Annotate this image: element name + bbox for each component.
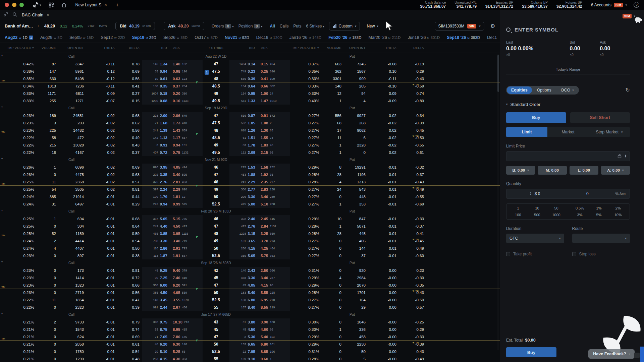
expiration-tab[interactable]: Mar20 '26M211D (369, 35, 401, 40)
cell-put-bid[interactable]: 831.78 (229, 141, 258, 149)
custom-view-dropdown[interactable]: Custom ▾ (329, 22, 360, 31)
cell-put-bid[interactable]: 2963.30 (229, 193, 258, 200)
cell-put-ask[interactable]: 0.25696 (258, 68, 290, 75)
pct-preset-button[interactable]: 1% (589, 206, 608, 210)
cell-put-bid[interactable]: 611.51 (229, 134, 258, 141)
cell-call-bid[interactable]: 1131.87 (142, 252, 170, 259)
bid-button[interactable]: Bid 48.19 ×1200 (115, 22, 155, 30)
cell-put-bid[interactable]: 4722.76 (229, 223, 258, 230)
chevron-down-icon[interactable]: ▾ (1, 260, 3, 263)
pct-preset-button[interactable]: 10% (608, 213, 628, 217)
pct-preset-button[interactable]: 3% (570, 213, 589, 217)
cell-put-bid[interactable]: 14040.14 (229, 60, 258, 68)
take-profit-checkbox[interactable]: Take profit (506, 252, 564, 256)
cell-put-ask[interactable]: 2.1566 (258, 149, 290, 156)
cell-call-bid[interactable]: 205.10 (142, 348, 170, 355)
cell-put-ask[interactable]: 1.9235 (258, 171, 290, 178)
cell-put-ask[interactable]: 8.55219 (258, 304, 290, 311)
cell-call-bid[interactable]: 538.75 (142, 326, 170, 333)
piggy-bank-icon[interactable] (634, 16, 643, 25)
chevron-down-icon[interactable]: ▾ (1, 157, 3, 160)
minimize-window-button[interactable] (12, 3, 16, 7)
cell-call-ask[interactable]: 2.06849 (170, 112, 203, 119)
cell-put-bid[interactable]: 1222.09 (229, 149, 258, 156)
cell-call-bid[interactable]: 717.65 (142, 333, 170, 341)
sell-short-button[interactable]: Sell Short (570, 112, 630, 123)
cell-call-bid[interactable]: 16040.18 (142, 90, 170, 97)
pct-preset-button[interactable]: 5% (589, 213, 608, 217)
cell-call-ask[interactable]: 0.20380 (170, 90, 203, 97)
feedback-hide-button[interactable] (634, 353, 640, 358)
cell-put-bid[interactable]: 454.50 (229, 326, 258, 333)
cell-put-bid[interactable]: 25.30 (229, 333, 258, 341)
expiration-tab[interactable]: Jan16 '26M148D (289, 35, 322, 40)
chevron-down-icon[interactable]: ▾ (1, 209, 3, 212)
cell-call-bid[interactable]: 330.94 (142, 68, 170, 75)
cell-put-bid[interactable]: 1678.40 (229, 304, 258, 311)
cell-put-ask[interactable]: 3.40237 (258, 274, 290, 282)
zoom-window-button[interactable] (19, 3, 24, 7)
cell-put-ask[interactable]: 1.8346 (258, 141, 290, 149)
chevron-down-icon[interactable]: ▾ (1, 106, 3, 109)
tab-oco[interactable]: OCO ▾ (556, 86, 578, 94)
close-tab-icon[interactable]: × (104, 2, 107, 7)
position-dropdown[interactable]: Position 0 ▾ (238, 24, 263, 28)
close-window-button[interactable] (5, 3, 9, 7)
cell-call-ask[interactable]: 7.40410 (170, 274, 203, 282)
cell-put-ask[interactable]: 2.83138 (258, 186, 290, 193)
cell-put-bid[interactable]: 227.95 (229, 348, 258, 355)
cell-call-bid[interactable]: 3909.75 (142, 318, 170, 326)
cell-put-bid[interactable]: 2604.15 (229, 245, 258, 252)
cell-call-ask[interactable]: 2.67466 (170, 304, 203, 311)
chain-tab[interactable]: BAC Chain × (22, 12, 49, 17)
duration-dropdown[interactable]: GTC ▾ (506, 234, 564, 243)
cell-put-bid[interactable]: 1386.80 (229, 296, 258, 304)
cell-call-ask[interactable]: 3.551070 (170, 296, 203, 304)
cell-call-bid[interactable]: 1300.35 (142, 82, 170, 90)
cell-call-ask[interactable]: 0.94151 (170, 141, 203, 149)
cell-put-bid[interactable]: 613.80 (229, 318, 258, 326)
cell-put-ask[interactable]: 5.40113 (258, 333, 290, 341)
cell-call-ask[interactable]: 0.99575 (170, 200, 203, 208)
cell-put-ask[interactable]: 8.85196 (258, 348, 290, 355)
pct-preset-button[interactable]: 0.5% (570, 206, 589, 210)
pct-preset-button[interactable]: 2% (608, 206, 628, 210)
cell-put-bid[interactable]: 4531.88 (229, 171, 258, 178)
cell-put-bid[interactable]: 3022.40 (229, 215, 258, 223)
account-selector[interactable]: SIM1393533M SIM ▾ (435, 22, 484, 31)
cell-put-bid[interactable]: 3002.77 (229, 186, 258, 193)
sort-arrow-icon[interactable]: ↑ (208, 46, 211, 50)
chevron-down-icon[interactable]: ▾ (1, 312, 3, 315)
cell-put-bid[interactable]: 3555.65 (229, 252, 258, 259)
cell-put-bid[interactable]: 1313.65 (229, 237, 258, 245)
cell-call-bid[interactable]: 1461.34 (142, 60, 170, 68)
cell-put-ask[interactable]: 1.0024 (258, 90, 290, 97)
cell-put-ask[interactable]: 5.55228 (258, 289, 290, 296)
cell-call-ask[interactable]: 0.101133 (170, 97, 203, 105)
cell-put-ask[interactable]: 2.841132 (258, 223, 290, 230)
cell-call-bid[interactable]: 907.25 (142, 274, 170, 282)
cell-put-ask[interactable]: 4.1598 (258, 282, 290, 289)
home-icon[interactable] (61, 2, 67, 8)
cell-put-ask[interactable]: 1.3083 (258, 127, 290, 134)
cell-call-bid[interactable]: 1483.45 (142, 296, 170, 304)
expiration-tab[interactable]: Feb20 '26M183D (328, 35, 361, 40)
cell-call-bid[interactable]: 100.61 (142, 75, 170, 82)
cell-put-ask[interactable]: 3.70273 (258, 237, 290, 245)
cell-call-bid[interactable]: 486.20 (142, 341, 170, 348)
cell-call-bid[interactable]: 3375.05 (142, 215, 170, 223)
cell-call-bid[interactable]: 8903.95 (142, 164, 170, 171)
cell-call-bid[interactable]: 1091.79 (142, 193, 170, 200)
expiration-tab[interactable]: Jun18 '26M301D (408, 35, 440, 40)
new-menu[interactable]: New ▾ (367, 24, 378, 28)
expiration-tab[interactable]: Oct17M57D (195, 35, 218, 40)
cell-call-ask[interactable]: 4.30363 (170, 355, 203, 362)
price-chip[interactable]: L: 0.00 (570, 166, 598, 175)
cell-put-bid[interactable]: 1536.65 (229, 341, 258, 348)
tab-equities[interactable]: Equities (507, 86, 532, 94)
cell-put-bid[interactable]: 1402.43 (229, 267, 258, 274)
cell-put-bid[interactable]: 7490.23 (229, 68, 258, 75)
filter-puts[interactable]: Puts (293, 24, 301, 28)
cell-put-ask[interactable]: 0.15494 (258, 60, 290, 68)
cell-put-ask[interactable]: 0.91572 (258, 112, 290, 119)
